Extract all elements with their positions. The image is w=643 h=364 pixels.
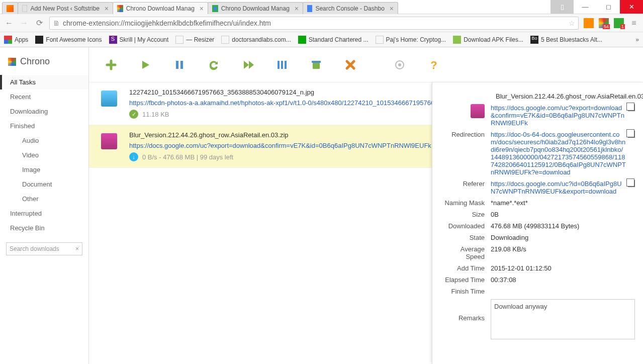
bookmark-item[interactable]: Paj's Home: Cryptog... [376,36,446,44]
label-add-time: Add Time [440,264,491,272]
apk-icon [453,36,461,44]
check-icon: ✓ [129,110,138,119]
delete-button[interactable] [343,58,357,72]
bookmark-item[interactable]: Download APK Files... [453,36,523,44]
close-icon[interactable]: × [105,5,109,13]
bookmark-item[interactable]: Apps [4,36,28,44]
menu-icon[interactable]: ≡ [629,19,639,28]
main-panel: ? 12274210_10153466671957663_35638885304… [89,47,643,364]
maximize-button[interactable]: ◻ [597,0,620,14]
sidebar-item-other[interactable]: Other [0,192,88,206]
overflow-icon[interactable]: » [635,36,639,43]
browser-tab[interactable]: Add New Post ‹ Softstribe× [18,2,113,14]
svg-point-8 [398,63,401,66]
bookmark-item[interactable]: doctorsandlabs.com... [221,36,291,44]
label-state: State [440,234,491,241]
sidebar-item-finished[interactable]: Finished [0,119,88,133]
browser-tab[interactable] [2,2,18,14]
user-icon[interactable]: ▯ [550,0,574,14]
svg-rect-5 [313,63,320,69]
sc-icon [298,36,306,44]
bookmark-item[interactable]: SSkrill | My Account [109,36,169,44]
remarks-input[interactable]: Download anyway [491,299,635,339]
bookmark-item[interactable]: Font Awesome Icons [35,36,102,44]
add-button[interactable] [104,58,118,72]
forward-icon[interactable]: → [19,19,29,28]
pause-all-button[interactable] [275,58,289,72]
downloading-icon: ↓ [129,152,138,161]
label-redirection: Redirection [440,131,491,138]
details-elapsed: 00:37:08 [491,276,635,284]
bs-icon: Bo [530,36,538,44]
reload-icon[interactable]: ⟳ [34,18,44,28]
sidebar-item-downloading[interactable]: Downloading [0,104,88,119]
chrono-icon [8,58,16,66]
refresh-button[interactable] [207,58,221,72]
details-source-url[interactable]: https://docs.google.com/uc?export=downlo… [491,104,626,127]
page-icon [376,36,384,44]
bookmark-item[interactable]: Bo5 Best Bluestacks Alt... [530,36,602,44]
svg-rect-2 [278,61,280,69]
extension-icon[interactable] [584,18,594,28]
close-icon[interactable]: × [295,5,299,13]
copy-icon[interactable] [628,104,635,111]
start-button[interactable] [138,58,152,72]
label-referer: Referer [440,180,491,188]
sidebar-item-recycle-bin[interactable]: Recycle Bin [0,221,88,235]
sidebar-item-all-tasks[interactable]: All Tasks [0,75,88,89]
label-downloaded: Downloaded [440,222,491,230]
label-finish: Finish Time [440,288,491,295]
search-placeholder: Search downloads [10,245,59,252]
svg-rect-0 [176,61,178,69]
help-button[interactable]: ? [427,58,441,72]
details-avg-speed: 219.08 KB/s [491,245,635,253]
search-input[interactable]: Search downloads × [6,242,82,255]
tab-title: Add New Post ‹ Softstribe [30,5,99,12]
browser-tab[interactable]: Chrono Download Manag× [113,2,208,14]
flag-icon [35,36,43,44]
minimize-button[interactable]: — [574,0,597,14]
tab-title: Search Console - Dashbo [315,5,384,12]
sidebar-item-audio[interactable]: Audio [0,133,88,148]
extension-icon[interactable]: 54 [599,18,609,28]
sidebar-item-video[interactable]: Video [0,148,88,162]
back-icon[interactable]: ← [4,19,14,28]
details-referer[interactable]: https://docs.google.com/uc?id=0B6q6aIPg8… [491,180,626,195]
svg-rect-3 [281,61,283,69]
favicon-icon [22,5,27,12]
details-downloaded: 476.68 MB (499833114 Bytes) [491,222,635,230]
close-button[interactable]: ✕ [620,0,643,14]
start-all-button[interactable] [241,58,255,72]
browser-tab[interactable]: Chrono Download Manag× [208,2,303,14]
settings-button[interactable] [393,58,407,72]
toolbar: ? [89,47,643,82]
label-size: Size [440,211,491,218]
sidebar-item-image[interactable]: Image [0,162,88,177]
copy-icon[interactable] [628,131,635,138]
close-icon[interactable]: × [200,5,204,13]
clear-icon[interactable]: × [75,245,79,252]
svg-rect-1 [180,61,183,69]
browser-tab[interactable]: Search Console - Dashbo× [303,2,398,14]
svg-rect-4 [285,61,287,69]
label-remarks: Remarks [440,299,491,322]
browser-nav-bar: ← → ⟳ 🗎 chrome-extension://mciiogijehkde… [0,14,643,32]
extension-icon[interactable]: 1 [614,18,624,28]
cleanup-button[interactable] [309,58,323,72]
bookmark-item[interactable]: Standard Chartered ... [298,36,369,44]
archive-icon [99,131,119,151]
tab-title: Chrono Download Manag [126,5,195,12]
close-icon[interactable]: × [390,5,394,13]
details-state: Downloading [491,234,635,241]
pause-button[interactable] [172,58,187,72]
star-icon[interactable]: ☆ [569,19,575,27]
sidebar-item-interrupted[interactable]: Interrupted [0,206,88,221]
sidebar-item-document[interactable]: Document [0,177,88,192]
copy-icon[interactable] [628,180,635,187]
details-redirection[interactable]: https://doc-0s-64-docs.googleusercontent… [491,131,626,176]
details-title: Blur_Version.212.44.26.ghost_row.AsiaRet… [496,93,635,100]
bookmark-item[interactable]: — Resizer [175,36,214,44]
sidebar-item-recent[interactable]: Recent [0,89,88,104]
address-bar[interactable]: 🗎 chrome-extension://mciiogijehkdemklbdc… [49,17,579,30]
app-logo: Chrono [0,52,88,75]
